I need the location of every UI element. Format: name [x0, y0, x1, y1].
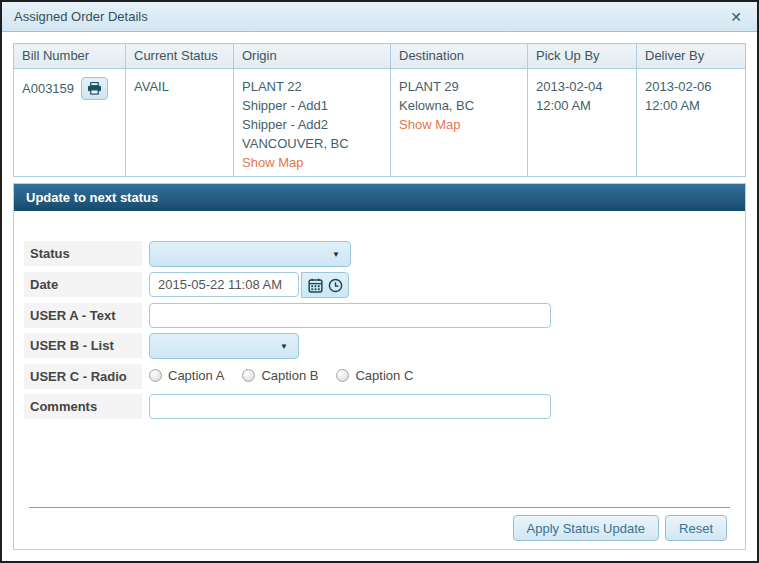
radio-label: Caption A [168, 368, 224, 383]
dialog-title: Assigned Order Details [14, 9, 148, 24]
chevron-down-icon: ▼ [332, 250, 340, 259]
table-row: A003159 AVAIL PLANT 22 [14, 69, 746, 177]
deliver-date: 2013-02-06 [645, 77, 737, 96]
col-header-deliver-by: Deliver By [637, 44, 746, 69]
order-details-table: Bill Number Current Status Origin Destin… [13, 43, 746, 177]
chevron-down-icon: ▼ [280, 342, 288, 351]
radio-icon[interactable] [336, 369, 349, 382]
update-status-form: Status ▼ Date [14, 211, 745, 549]
comments-label: Comments [24, 394, 142, 419]
print-button[interactable] [81, 77, 108, 100]
comments-row: Comments [24, 394, 735, 419]
user-c-row: USER C - Radio Caption A Caption B Ca [24, 364, 735, 389]
bill-number-value: A003159 [22, 79, 74, 98]
button-separator [29, 507, 730, 508]
deliver-by-cell: 2013-02-06 12:00 AM [637, 69, 746, 177]
radio-label: Caption B [261, 368, 318, 383]
user-a-input[interactable] [149, 303, 551, 328]
col-header-destination: Destination [391, 44, 528, 69]
apply-status-update-button[interactable]: Apply Status Update [513, 515, 660, 541]
origin-line: VANCOUVER, BC [242, 134, 382, 153]
comments-input[interactable] [149, 394, 551, 419]
user-a-label: USER A - Text [24, 303, 142, 328]
date-row: Date [24, 272, 735, 298]
col-header-origin: Origin [234, 44, 391, 69]
col-header-current-status: Current Status [126, 44, 234, 69]
destination-cell: PLANT 29 Kelowna, BC Show Map [391, 69, 528, 177]
pickup-date: 2013-02-04 [536, 77, 628, 96]
col-header-bill-number: Bill Number [14, 44, 126, 69]
date-label: Date [24, 272, 142, 297]
reset-button[interactable]: Reset [665, 515, 727, 541]
origin-line: Shipper - Add1 [242, 96, 382, 115]
status-row: Status ▼ [24, 241, 735, 267]
panel-section-title: Update to next status [14, 184, 745, 211]
printer-icon [87, 82, 102, 95]
radio-icon[interactable] [242, 369, 255, 382]
dialog-content: Bill Number Current Status Origin Destin… [2, 32, 757, 561]
bill-number-cell: A003159 [14, 69, 126, 177]
destination-line: Kelowna, BC [399, 96, 519, 115]
dialog-titlebar: Assigned Order Details ✕ [2, 2, 757, 32]
col-header-pickup-by: Pick Up By [528, 44, 637, 69]
update-status-panel: Update to next status Status ▼ Date [13, 183, 746, 550]
date-input[interactable] [149, 272, 299, 297]
pickup-time: 12:00 AM [536, 96, 628, 115]
status-dropdown[interactable]: ▼ [149, 241, 351, 267]
destination-show-map-link[interactable]: Show Map [399, 115, 519, 134]
radio-option-caption-b[interactable]: Caption B [242, 368, 318, 383]
close-icon[interactable]: ✕ [727, 8, 745, 26]
origin-line: Shipper - Add2 [242, 115, 382, 134]
status-label: Status [24, 241, 142, 266]
deliver-time: 12:00 AM [645, 96, 737, 115]
action-buttons: Apply Status Update Reset [24, 515, 735, 541]
radio-icon[interactable] [149, 369, 162, 382]
radio-option-caption-a[interactable]: Caption A [149, 368, 224, 383]
calendar-icon[interactable] [308, 278, 323, 293]
origin-line: PLANT 22 [242, 77, 382, 96]
destination-line: PLANT 29 [399, 77, 519, 96]
radio-label: Caption C [355, 368, 413, 383]
radio-option-caption-c[interactable]: Caption C [336, 368, 413, 383]
user-c-label: USER C - Radio [24, 364, 142, 389]
user-a-row: USER A - Text [24, 303, 735, 328]
pickup-by-cell: 2013-02-04 12:00 AM [528, 69, 637, 177]
date-picker-buttons[interactable] [301, 272, 349, 298]
clock-icon[interactable] [328, 278, 343, 293]
user-b-row: USER B - List ▼ [24, 333, 735, 359]
origin-cell: PLANT 22 Shipper - Add1 Shipper - Add2 V… [234, 69, 391, 177]
table-header-row: Bill Number Current Status Origin Destin… [14, 44, 746, 69]
current-status-cell: AVAIL [126, 69, 234, 177]
user-b-dropdown[interactable]: ▼ [149, 333, 299, 359]
user-b-label: USER B - List [24, 333, 142, 358]
origin-show-map-link[interactable]: Show Map [242, 153, 382, 172]
assigned-order-details-dialog: Assigned Order Details ✕ Bill Number Cur… [0, 0, 759, 563]
